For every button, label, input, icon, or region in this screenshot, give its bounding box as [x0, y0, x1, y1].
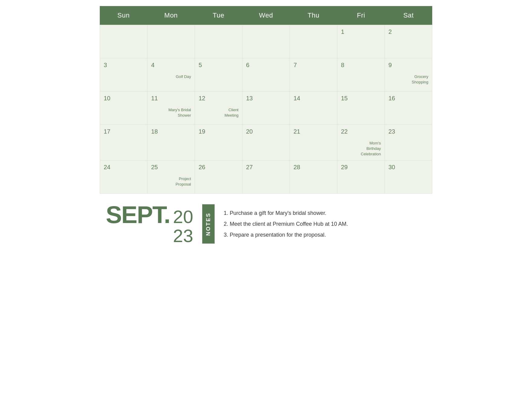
note-item-3: 3. Prepare a presentation for the propos… [224, 229, 348, 240]
cal-cell-7: 3 [100, 58, 148, 92]
cal-cell-13: 9GroceryShopping [385, 58, 432, 92]
cal-date: 27 [246, 163, 286, 171]
cal-cell-4 [290, 25, 337, 58]
cal-event: Mary's BridalShower [151, 107, 191, 118]
cal-cell-34: 30 [385, 160, 432, 194]
cal-date: 24 [104, 163, 144, 171]
cal-cell-19: 15 [337, 92, 385, 125]
cal-date: 4 [151, 61, 191, 69]
calendar-container: Sun Mon Tue Wed Thu Fri Sat 1234Golf Day… [100, 6, 432, 248]
cal-date: 3 [104, 61, 144, 69]
footer-month: SEPT. 20 23 [106, 203, 193, 245]
cal-date: 30 [388, 163, 428, 171]
cal-date: 13 [246, 95, 286, 102]
cal-date: 18 [151, 128, 191, 135]
cal-cell-27: 23 [385, 125, 432, 160]
cal-event: Golf Day [151, 74, 191, 79]
cal-date: 1 [341, 28, 381, 35]
cal-date: 6 [246, 61, 286, 69]
cal-cell-15: 11Mary's BridalShower [148, 92, 195, 125]
cal-date: 8 [341, 61, 381, 69]
cal-event: ProjectProposal [151, 176, 191, 187]
cal-date: 21 [294, 128, 333, 135]
cal-cell-10: 6 [242, 58, 290, 92]
cal-cell-11: 7 [290, 58, 337, 92]
cal-date: 23 [388, 128, 428, 135]
cal-cell-2 [195, 25, 242, 58]
cal-cell-8: 4Golf Day [148, 58, 195, 92]
notes-badge: NOTES [202, 204, 215, 244]
cal-cell-25: 21 [290, 125, 337, 160]
header-mon: Mon [147, 6, 195, 25]
notes-list: 1. Purchase a gift for Mary's bridal sho… [224, 208, 348, 240]
cal-cell-1 [148, 25, 195, 58]
cal-cell-22: 18 [148, 125, 195, 160]
calendar-footer: SEPT. 20 23 NOTES 1. Purchase a gift for… [100, 194, 432, 248]
cal-cell-32: 28 [290, 160, 337, 194]
cal-date: 28 [294, 163, 333, 171]
cal-date: 15 [341, 95, 381, 102]
cal-cell-9: 5 [195, 58, 242, 92]
cal-cell-28: 24 [100, 160, 148, 194]
cal-cell-31: 27 [242, 160, 290, 194]
cal-cell-5: 1 [337, 25, 385, 58]
cal-date: 9 [388, 61, 428, 69]
cal-cell-12: 8 [337, 58, 385, 92]
cal-date: 17 [104, 128, 144, 135]
cal-cell-16: 12ClientMeeting [195, 92, 242, 125]
cal-date: 11 [151, 95, 191, 102]
cal-event: Mom'sBirthdayCelebration [341, 141, 381, 157]
cal-event: ClientMeeting [199, 107, 238, 118]
calendar-header: Sun Mon Tue Wed Thu Fri Sat [100, 6, 432, 25]
header-sat: Sat [385, 6, 432, 25]
cal-cell-0 [100, 25, 148, 58]
cal-cell-29: 25ProjectProposal [148, 160, 195, 194]
cal-date: 5 [199, 61, 238, 69]
cal-cell-6: 2 [385, 25, 432, 58]
note-item-2: 2. Meet the client at Premium Coffee Hub… [224, 218, 348, 229]
cal-date: 2 [388, 28, 428, 35]
cal-date: 22 [341, 128, 381, 135]
cal-cell-3 [242, 25, 290, 58]
cal-date: 29 [341, 163, 381, 171]
cal-date: 12 [199, 95, 238, 102]
cal-date: 20 [246, 128, 286, 135]
cal-cell-24: 20 [242, 125, 290, 160]
header-sun: Sun [100, 6, 147, 25]
cal-cell-14: 10 [100, 92, 148, 125]
month-label: SEPT. [106, 203, 170, 227]
cal-cell-23: 19 [195, 125, 242, 160]
cal-event: GroceryShopping [388, 74, 428, 85]
header-tue: Tue [195, 6, 242, 25]
cal-date: 19 [199, 128, 238, 135]
cal-date: 7 [294, 61, 333, 69]
cal-cell-26: 22Mom'sBirthdayCelebration [337, 125, 385, 160]
header-thu: Thu [290, 6, 337, 25]
cal-cell-21: 17 [100, 125, 148, 160]
cal-cell-30: 26 [195, 160, 242, 194]
header-fri: Fri [337, 6, 385, 25]
cal-cell-17: 13 [242, 92, 290, 125]
cal-cell-20: 16 [385, 92, 432, 125]
note-item-1: 1. Purchase a gift for Mary's bridal sho… [224, 208, 348, 218]
cal-cell-18: 14 [290, 92, 337, 125]
cal-date: 26 [199, 163, 238, 171]
cal-date: 14 [294, 95, 333, 102]
year-label: 20 23 [173, 207, 193, 245]
cal-cell-33: 29 [337, 160, 385, 194]
cal-date: 10 [104, 95, 144, 102]
calendar-grid: 1234Golf Day56789GroceryShopping1011Mary… [100, 25, 432, 194]
header-wed: Wed [242, 6, 290, 25]
cal-date: 16 [388, 95, 428, 102]
cal-date: 25 [151, 163, 191, 171]
